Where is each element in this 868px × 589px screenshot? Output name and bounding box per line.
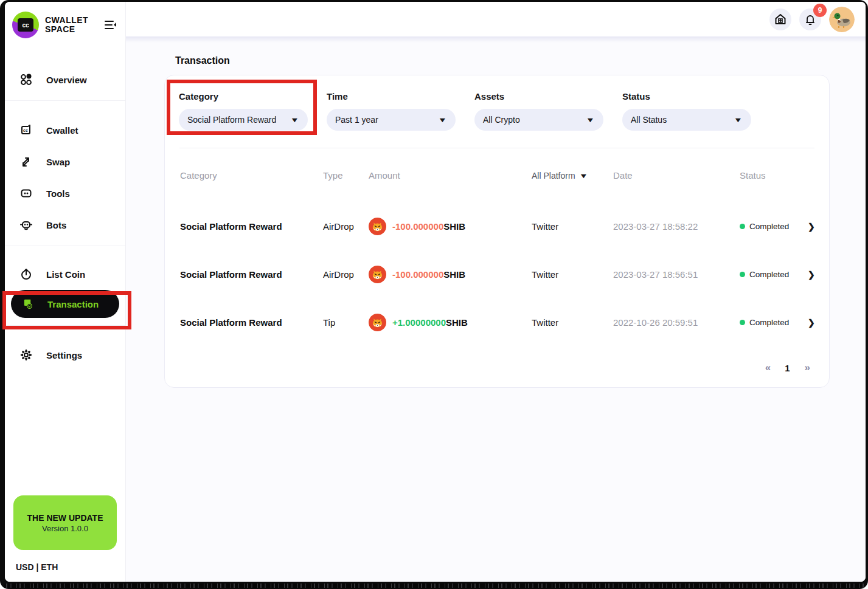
window-frame: cc CWALLET SPACE Overview (0, 0, 868, 589)
amount-value: -100.000000 (392, 269, 443, 280)
pagination-prev-button[interactable]: « (765, 362, 770, 374)
logo-icon: cc (12, 12, 39, 38)
row-detail-chevron-icon[interactable]: ❯ (808, 270, 815, 280)
amount-symbol: SHIB (443, 269, 465, 280)
sidebar-spacer (5, 370, 125, 495)
avatar[interactable] (829, 7, 855, 32)
app-root: cc CWALLET SPACE Overview (5, 2, 866, 582)
swap-icon (19, 155, 33, 168)
cell-category: Social Platform Reward (180, 317, 323, 328)
header-amount: Amount (369, 170, 532, 181)
cell-date: 2023-03-27 18:56:51 (613, 269, 740, 280)
transaction-card: Category Social Platform Reward ▼ Time P… (164, 75, 830, 388)
logo-text-line1: CWALLET (45, 16, 103, 25)
status-label: Completed (749, 270, 789, 279)
assets-select[interactable]: All Crypto ▼ (474, 109, 603, 131)
assets-select-value: All Crypto (483, 115, 520, 125)
cell-amount: -100.000000SHIB (369, 218, 532, 235)
sidebar-item-label: List Coin (46, 269, 85, 280)
chevron-down-icon: ▼ (586, 116, 595, 123)
amount-value: -100.000000 (392, 221, 443, 232)
logo[interactable]: cc CWALLET SPACE (5, 2, 125, 47)
topbar-shadow (126, 36, 866, 43)
cell-platform: Twitter (532, 221, 613, 232)
amount-symbol: SHIB (443, 221, 465, 232)
sidebar-divider (5, 325, 125, 326)
amount-symbol: SHIB (446, 317, 468, 328)
sidebar-divider (5, 100, 125, 101)
category-select[interactable]: Social Platform Reward ▼ (179, 109, 308, 131)
upload-icon (19, 267, 33, 281)
update-title: THE NEW UPDATE (27, 513, 103, 523)
cell-type: Tip (323, 317, 369, 328)
gear-icon (19, 348, 33, 362)
sidebar-nav: Overview cc Cwallet Swap (5, 47, 125, 370)
wallet-icon: cc (19, 123, 33, 137)
cell-status: Completed (740, 222, 808, 231)
table-row[interactable]: Social Platform Reward AirDrop (165, 250, 829, 298)
update-version: Version 1.0.0 (42, 524, 88, 533)
header-status: Status (740, 170, 808, 181)
transaction-icon (21, 297, 34, 311)
table-body: Social Platform Reward AirDrop (165, 202, 829, 346)
pagination-current-page: 1 (785, 363, 790, 373)
header-category: Category (180, 170, 323, 181)
sidebar-item-settings[interactable]: Settings (5, 340, 125, 370)
time-select[interactable]: Past 1 year ▼ (327, 109, 456, 131)
page-body: Transaction Category Social Platform Rew… (126, 43, 866, 582)
table-row[interactable]: Social Platform Reward Tip (165, 298, 829, 346)
currency-selector[interactable]: USD | ETH (5, 562, 125, 582)
tools-icon (19, 187, 33, 200)
shib-icon (369, 218, 386, 235)
cell-type: AirDrop (323, 269, 369, 280)
update-banner[interactable]: THE NEW UPDATE Version 1.0.0 (13, 495, 117, 550)
logo-text-line2: SPACE (45, 25, 103, 34)
sidebar-item-label: Transaction (47, 299, 99, 309)
status-dot-icon (740, 320, 745, 325)
topbar: 9 (126, 2, 866, 36)
sidebar-item-bots[interactable]: Bots (5, 210, 125, 239)
chevron-down-icon: ▼ (734, 116, 743, 123)
pagination-next-button[interactable]: » (805, 362, 810, 374)
sidebar: cc CWALLET SPACE Overview (5, 2, 126, 582)
sidebar-divider (5, 246, 125, 246)
platform-filter-dropdown[interactable]: All Platform ▼ (532, 171, 613, 181)
cell-category: Social Platform Reward (180, 269, 323, 280)
sidebar-item-tools[interactable]: Tools (5, 179, 125, 208)
main-area: 9 Tr (126, 2, 866, 582)
page-title: Transaction (175, 55, 230, 66)
filter-label: Status (622, 91, 751, 102)
home-icon (774, 13, 787, 26)
filter-assets: Assets All Crypto ▼ (474, 91, 603, 131)
notifications-button[interactable]: 9 (799, 9, 821, 30)
cell-amount: -100.000000SHIB (369, 266, 532, 283)
platform-filter-value: All Platform (532, 171, 575, 181)
status-dot-icon (740, 224, 745, 229)
screenshot-noise (4, 584, 864, 588)
cell-status: Completed (740, 270, 808, 279)
time-select-value: Past 1 year (335, 115, 378, 125)
sidebar-item-list-coin[interactable]: List Coin (5, 260, 125, 289)
status-label: Completed (749, 318, 789, 327)
svg-text:cc: cc (23, 128, 28, 133)
logo-cc-text: cc (18, 18, 33, 32)
filter-category: Category Social Platform Reward ▼ (179, 91, 308, 131)
sidebar-collapse-icon[interactable] (103, 18, 118, 32)
sidebar-item-transaction[interactable]: Transaction (11, 290, 119, 318)
sidebar-item-label: Settings (46, 350, 82, 360)
row-detail-chevron-icon[interactable]: ❯ (808, 222, 815, 232)
sidebar-item-swap[interactable]: Swap (5, 147, 125, 176)
filter-status: Status All Status ▼ (622, 91, 751, 131)
filters-row: Category Social Platform Reward ▼ Time P… (165, 75, 829, 131)
home-button[interactable] (769, 9, 791, 30)
header-date: Date (613, 170, 740, 181)
row-detail-chevron-icon[interactable]: ❯ (808, 318, 815, 328)
table-row[interactable]: Social Platform Reward AirDrop (165, 202, 829, 250)
filter-label: Assets (474, 91, 603, 102)
filter-time: Time Past 1 year ▼ (327, 91, 456, 131)
sidebar-item-cwallet[interactable]: cc Cwallet (5, 115, 125, 145)
status-select[interactable]: All Status ▼ (622, 109, 751, 131)
shib-icon (369, 266, 386, 283)
sidebar-item-overview[interactable]: Overview (5, 65, 125, 94)
cell-platform: Twitter (532, 317, 613, 328)
